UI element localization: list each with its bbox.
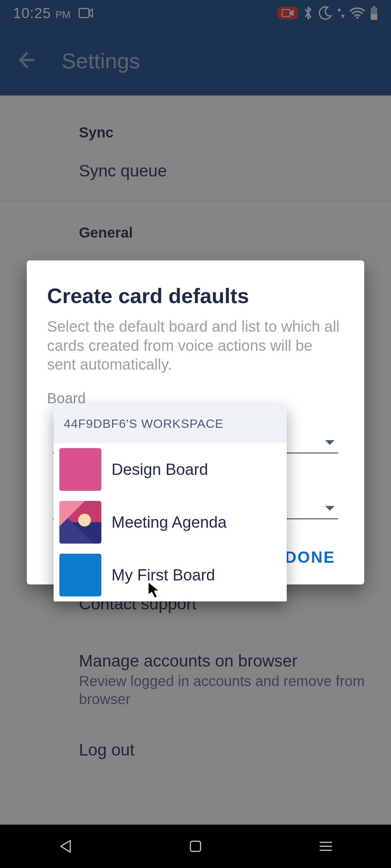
dropdown-item-label: Design Board xyxy=(112,460,208,478)
chevron-down-icon xyxy=(324,505,335,513)
dropdown-workspace-header: 44F9DBF6'S WORKSPACE xyxy=(54,404,287,443)
android-nav-bar xyxy=(0,825,391,868)
board-dropdown: 44F9DBF6'S WORKSPACE Design Board Meetin… xyxy=(54,404,287,601)
dropdown-item-design-board[interactable]: Design Board xyxy=(54,443,287,496)
dropdown-item-label: Meeting Agenda xyxy=(112,513,227,531)
board-image-icon xyxy=(59,501,101,544)
nav-home-button[interactable] xyxy=(186,837,205,855)
dropdown-item-my-first-board[interactable]: My First Board xyxy=(54,549,287,601)
chevron-down-icon xyxy=(324,439,335,447)
nav-back-button[interactable] xyxy=(56,837,74,855)
dropdown-item-meeting-agenda[interactable]: Meeting Agenda xyxy=(54,496,287,549)
board-color-icon xyxy=(59,448,101,491)
svg-rect-6 xyxy=(190,841,201,851)
dialog-title: Create card defaults xyxy=(27,284,364,317)
dropdown-item-label: My First Board xyxy=(112,566,215,584)
nav-recent-button[interactable] xyxy=(317,837,335,855)
board-color-icon xyxy=(59,554,101,596)
dialog-description: Select the default board and list to whi… xyxy=(27,317,364,390)
